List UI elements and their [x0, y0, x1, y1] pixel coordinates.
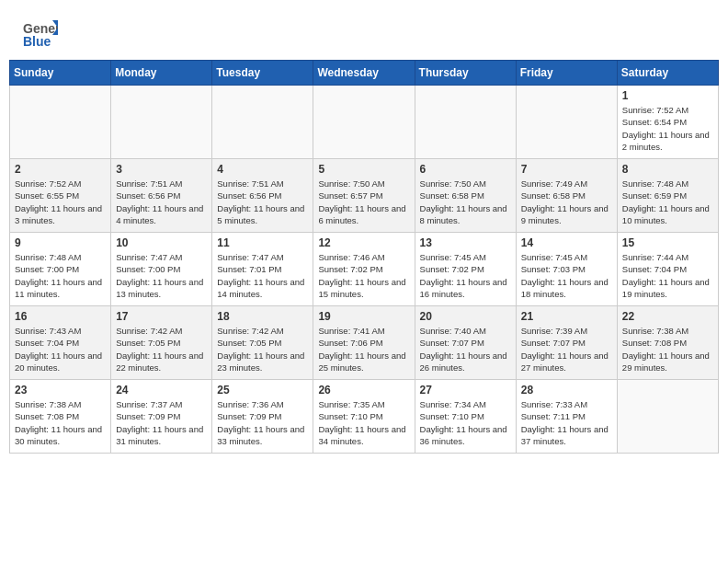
day-number: 28: [521, 384, 612, 396]
day-number: 17: [116, 310, 207, 323]
day-info: Sunrise: 7:35 AMSunset: 7:10 PMDaylight:…: [318, 398, 409, 447]
calendar-cell: [111, 86, 212, 159]
day-number: 10: [116, 236, 207, 249]
day-info: Sunrise: 7:45 AMSunset: 7:02 PMDaylight:…: [420, 251, 511, 300]
day-info: Sunrise: 7:36 AMSunset: 7:09 PMDaylight:…: [217, 398, 308, 447]
weekday-header-thursday: Thursday: [415, 61, 516, 86]
day-info: Sunrise: 7:38 AMSunset: 7:08 PMDaylight:…: [15, 398, 106, 447]
calendar-cell: 24Sunrise: 7:37 AMSunset: 7:09 PMDayligh…: [111, 380, 212, 454]
day-number: 16: [15, 310, 106, 323]
weekday-header-sunday: Sunday: [10, 61, 111, 86]
day-number: 21: [521, 310, 612, 323]
calendar-cell: 8Sunrise: 7:48 AMSunset: 6:59 PMDaylight…: [617, 159, 718, 233]
day-info: Sunrise: 7:51 AMSunset: 6:56 PMDaylight:…: [116, 178, 207, 226]
day-number: 8: [622, 163, 713, 176]
day-info: Sunrise: 7:49 AMSunset: 6:58 PMDaylight:…: [521, 178, 612, 226]
day-info: Sunrise: 7:40 AMSunset: 7:07 PMDaylight:…: [420, 325, 511, 373]
calendar-cell: 16Sunrise: 7:43 AMSunset: 7:04 PMDayligh…: [10, 306, 111, 380]
day-number: 6: [420, 163, 511, 176]
svg-text:Blue: Blue: [23, 34, 51, 48]
calendar-cell: 2Sunrise: 7:52 AMSunset: 6:55 PMDaylight…: [10, 159, 111, 233]
calendar-cell: 15Sunrise: 7:44 AMSunset: 7:04 PMDayligh…: [617, 233, 718, 306]
calendar-cell: 9Sunrise: 7:48 AMSunset: 7:00 PMDaylight…: [10, 233, 111, 306]
page-header: General Blue: [9, 9, 719, 52]
calendar-cell: 27Sunrise: 7:34 AMSunset: 7:10 PMDayligh…: [415, 380, 516, 454]
day-number: 22: [622, 310, 713, 323]
day-number: 15: [622, 236, 713, 249]
day-info: Sunrise: 7:42 AMSunset: 7:05 PMDaylight:…: [217, 325, 308, 373]
calendar-week-row: 1Sunrise: 7:52 AMSunset: 6:54 PMDaylight…: [10, 86, 719, 159]
calendar-cell: 19Sunrise: 7:41 AMSunset: 7:06 PMDayligh…: [313, 306, 415, 380]
logo-icon: General Blue: [23, 18, 58, 48]
weekday-header-monday: Monday: [111, 61, 212, 86]
calendar-cell: 26Sunrise: 7:35 AMSunset: 7:10 PMDayligh…: [313, 380, 415, 454]
calendar-cell: [212, 86, 313, 159]
weekday-header-wednesday: Wednesday: [313, 61, 415, 86]
day-info: Sunrise: 7:47 AMSunset: 7:00 PMDaylight:…: [116, 251, 207, 300]
day-number: 4: [217, 163, 308, 176]
calendar-cell: 28Sunrise: 7:33 AMSunset: 7:11 PMDayligh…: [516, 380, 617, 454]
calendar-week-row: 9Sunrise: 7:48 AMSunset: 7:00 PMDaylight…: [10, 233, 719, 306]
day-number: 25: [217, 384, 308, 396]
day-info: Sunrise: 7:38 AMSunset: 7:08 PMDaylight:…: [622, 325, 713, 373]
day-info: Sunrise: 7:43 AMSunset: 7:04 PMDaylight:…: [15, 325, 106, 373]
day-info: Sunrise: 7:37 AMSunset: 7:09 PMDaylight:…: [116, 398, 207, 447]
calendar-cell: 7Sunrise: 7:49 AMSunset: 6:58 PMDaylight…: [516, 159, 617, 233]
day-info: Sunrise: 7:52 AMSunset: 6:55 PMDaylight:…: [15, 178, 106, 226]
calendar-cell: 14Sunrise: 7:45 AMSunset: 7:03 PMDayligh…: [516, 233, 617, 306]
calendar-cell: [516, 86, 617, 159]
calendar-cell: 22Sunrise: 7:38 AMSunset: 7:08 PMDayligh…: [617, 306, 718, 380]
calendar-cell: 21Sunrise: 7:39 AMSunset: 7:07 PMDayligh…: [516, 306, 617, 380]
day-info: Sunrise: 7:41 AMSunset: 7:06 PMDaylight:…: [318, 325, 409, 373]
calendar-cell: 3Sunrise: 7:51 AMSunset: 6:56 PMDaylight…: [111, 159, 212, 233]
day-number: 1: [622, 89, 713, 102]
calendar-cell: 23Sunrise: 7:38 AMSunset: 7:08 PMDayligh…: [10, 380, 111, 454]
calendar-cell: [313, 86, 415, 159]
calendar-cell: 17Sunrise: 7:42 AMSunset: 7:05 PMDayligh…: [111, 306, 212, 380]
day-number: 23: [15, 384, 106, 396]
calendar-cell: 1Sunrise: 7:52 AMSunset: 6:54 PMDaylight…: [617, 86, 718, 159]
calendar-week-row: 23Sunrise: 7:38 AMSunset: 7:08 PMDayligh…: [10, 380, 719, 454]
calendar-cell: 13Sunrise: 7:45 AMSunset: 7:02 PMDayligh…: [415, 233, 516, 306]
day-number: 3: [116, 163, 207, 176]
calendar-cell: 5Sunrise: 7:50 AMSunset: 6:57 PMDaylight…: [313, 159, 415, 233]
day-number: 18: [217, 310, 308, 323]
calendar-cell: 12Sunrise: 7:46 AMSunset: 7:02 PMDayligh…: [313, 233, 415, 306]
day-info: Sunrise: 7:48 AMSunset: 7:00 PMDaylight:…: [15, 251, 106, 300]
weekday-header-row: SundayMondayTuesdayWednesdayThursdayFrid…: [10, 61, 719, 86]
day-info: Sunrise: 7:47 AMSunset: 7:01 PMDaylight:…: [217, 251, 308, 300]
logo: General Blue: [23, 18, 58, 48]
day-info: Sunrise: 7:39 AMSunset: 7:07 PMDaylight:…: [521, 325, 612, 373]
calendar-week-row: 16Sunrise: 7:43 AMSunset: 7:04 PMDayligh…: [10, 306, 719, 380]
day-info: Sunrise: 7:51 AMSunset: 6:56 PMDaylight:…: [217, 178, 308, 226]
calendar-cell: 20Sunrise: 7:40 AMSunset: 7:07 PMDayligh…: [415, 306, 516, 380]
day-info: Sunrise: 7:44 AMSunset: 7:04 PMDaylight:…: [622, 251, 713, 300]
day-info: Sunrise: 7:42 AMSunset: 7:05 PMDaylight:…: [116, 325, 207, 373]
day-info: Sunrise: 7:50 AMSunset: 6:58 PMDaylight:…: [420, 178, 511, 226]
calendar-cell: [10, 86, 111, 159]
day-number: 11: [217, 236, 308, 249]
calendar-cell: [415, 86, 516, 159]
day-number: 27: [420, 384, 511, 396]
day-info: Sunrise: 7:52 AMSunset: 6:54 PMDaylight:…: [622, 104, 713, 153]
day-number: 20: [420, 310, 511, 323]
calendar-cell: [617, 380, 718, 454]
calendar-cell: 18Sunrise: 7:42 AMSunset: 7:05 PMDayligh…: [212, 306, 313, 380]
day-info: Sunrise: 7:34 AMSunset: 7:10 PMDaylight:…: [420, 398, 511, 447]
day-number: 19: [318, 310, 409, 323]
calendar-week-row: 2Sunrise: 7:52 AMSunset: 6:55 PMDaylight…: [10, 159, 719, 233]
day-info: Sunrise: 7:45 AMSunset: 7:03 PMDaylight:…: [521, 251, 612, 300]
day-number: 24: [116, 384, 207, 396]
calendar-cell: 25Sunrise: 7:36 AMSunset: 7:09 PMDayligh…: [212, 380, 313, 454]
day-info: Sunrise: 7:33 AMSunset: 7:11 PMDaylight:…: [521, 398, 612, 447]
weekday-header-friday: Friday: [516, 61, 617, 86]
day-number: 13: [420, 236, 511, 249]
weekday-header-saturday: Saturday: [617, 61, 718, 86]
day-number: 12: [318, 236, 409, 249]
calendar-cell: 6Sunrise: 7:50 AMSunset: 6:58 PMDaylight…: [415, 159, 516, 233]
calendar-cell: 4Sunrise: 7:51 AMSunset: 6:56 PMDaylight…: [212, 159, 313, 233]
calendar-table: SundayMondayTuesdayWednesdayThursdayFrid…: [9, 60, 719, 454]
day-info: Sunrise: 7:48 AMSunset: 6:59 PMDaylight:…: [622, 178, 713, 226]
day-number: 26: [318, 384, 409, 396]
day-info: Sunrise: 7:50 AMSunset: 6:57 PMDaylight:…: [318, 178, 409, 226]
